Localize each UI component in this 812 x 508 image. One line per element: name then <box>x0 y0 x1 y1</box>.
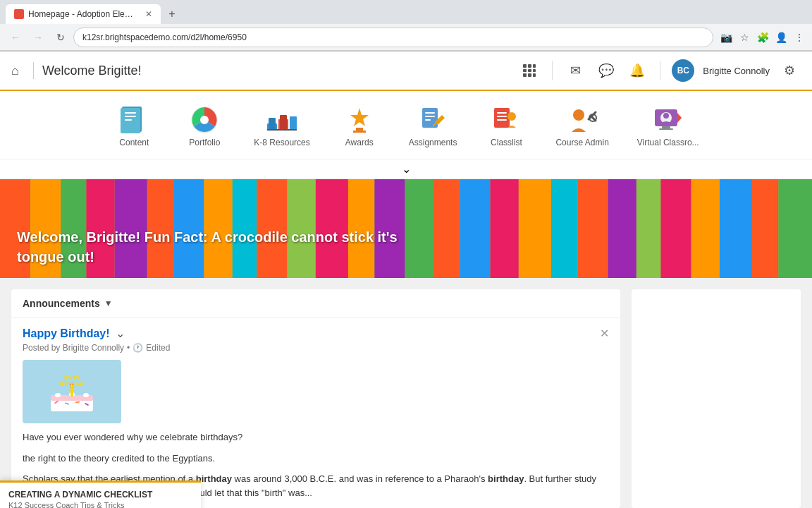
grid-cell <box>523 73 527 77</box>
k8resources-label: K-8 Resources <box>254 138 309 147</box>
announcements-title: Announcements <box>23 298 100 309</box>
posted-by-text: Posted by Brigitte Connolly <box>23 343 124 353</box>
assignments-label: Assignments <box>409 138 457 147</box>
svg-rect-62 <box>691 179 720 278</box>
svg-rect-25 <box>497 119 507 121</box>
back-button[interactable]: ← <box>6 28 25 47</box>
svg-rect-60 <box>636 179 661 278</box>
avatar[interactable]: BC <box>672 59 694 82</box>
browser-chrome: Homepage - Adoption Eleme... ✕ + ← → ↻ k… <box>0 0 812 52</box>
announcement-text-1: Have you ever wondered why we celebrate … <box>23 430 609 445</box>
assignments-icon <box>415 102 450 138</box>
grid-cell <box>533 69 536 73</box>
svg-rect-74 <box>70 387 73 397</box>
svg-rect-23 <box>497 112 507 114</box>
new-tab-button[interactable]: + <box>164 6 180 23</box>
close-announcement-button[interactable]: ✕ <box>600 327 609 340</box>
hero-text-line1: Welcome, Brigitte! Fun Fact: A crocodile… <box>17 227 398 247</box>
awards-icon <box>342 102 377 138</box>
svg-rect-8 <box>269 118 276 131</box>
hero-text-line2: tongue out! <box>17 247 398 267</box>
more-menu-icon[interactable]: ⋮ <box>792 30 806 44</box>
svg-point-71 <box>55 393 61 397</box>
active-tab[interactable]: Homepage - Adoption Eleme... ✕ <box>6 4 161 24</box>
announcement-expand-icon[interactable]: ⌄ <box>116 327 125 340</box>
expand-nav-button[interactable]: ⌄ <box>0 159 812 179</box>
birthday-image-content: HAPPY BIRTHDAY <box>37 367 107 416</box>
courseadmin-icon <box>565 102 600 138</box>
address-bar[interactable]: k12sr.brightspacedemo.com/d2l/home/6950 <box>73 28 713 47</box>
svg-rect-15 <box>353 131 366 133</box>
notification-subtitle: K12 Success Coach Tips & Tricks <box>8 501 192 508</box>
svg-point-73 <box>83 393 89 397</box>
nav-item-assignments[interactable]: Assignments <box>395 97 472 153</box>
svg-rect-58 <box>577 179 608 278</box>
announcement-item: Happy Birthday! ⌄ ✕ Posted by Brigitte C… <box>11 318 620 508</box>
browser-icons: 📷 ☆ 🧩 👤 ⋮ <box>719 30 806 44</box>
classlist-icon <box>488 102 524 138</box>
header-vertical-divider-2 <box>660 61 660 80</box>
settings-icon[interactable]: ⚙ <box>778 59 801 82</box>
svg-rect-11 <box>290 116 297 131</box>
tab-favicon <box>14 9 24 19</box>
svg-rect-57 <box>551 179 577 278</box>
svg-rect-24 <box>497 116 507 117</box>
dot-separator: • <box>127 343 130 353</box>
svg-rect-12 <box>267 129 297 131</box>
bottom-notification[interactable]: CREATING A DYNAMIC CHECKLIST K12 Success… <box>0 480 201 508</box>
svg-point-26 <box>508 112 516 121</box>
svg-point-33 <box>663 113 669 119</box>
bell-icon[interactable]: 🔔 <box>626 59 648 82</box>
grid-cell <box>533 73 536 77</box>
svg-rect-4 <box>125 119 132 121</box>
refresh-button[interactable]: ↻ <box>51 28 70 47</box>
courseadmin-label: Course Admin <box>555 138 608 147</box>
header-actions: ✉ 💬 🔔 BC Brigitte Connolly ⚙ <box>518 59 801 82</box>
svg-rect-64 <box>752 179 778 278</box>
notification-header: CREATING A DYNAMIC CHECKLIST K12 Success… <box>0 483 201 508</box>
nav-item-virtualclassroom[interactable]: Virtual Classro... <box>623 97 713 153</box>
home-icon[interactable]: ⌂ <box>11 64 19 78</box>
announcement-title[interactable]: Happy Birthday! <box>23 327 110 340</box>
extension-icon[interactable]: 🧩 <box>756 30 770 44</box>
app-container: ⌂ Welcome Brigitte! ✉ 💬 🔔 <box>0 52 812 508</box>
nav-item-portfolio[interactable]: Portfolio <box>169 97 240 153</box>
chat-icon[interactable]: 💬 <box>595 59 617 82</box>
hero-content: Welcome, Brigitte! Fun Fact: A crocodile… <box>17 227 398 267</box>
camera-icon[interactable]: 📷 <box>719 30 733 44</box>
svg-rect-52 <box>405 179 433 278</box>
app-header: ⌂ Welcome Brigitte! ✉ 💬 🔔 <box>0 52 812 91</box>
side-panel <box>632 289 801 508</box>
nav-item-content[interactable]: Content <box>99 97 169 153</box>
svg-text:BIRTHDAY: BIRTHDAY <box>59 381 85 386</box>
mail-icon[interactable]: ✉ <box>564 59 586 82</box>
svg-text:HAPPY: HAPPY <box>63 375 80 380</box>
svg-rect-14 <box>356 128 363 131</box>
forward-button[interactable]: → <box>28 28 48 47</box>
main-area: Announcements ▼ Happy Birthday! ⌄ ✕ Post… <box>0 278 812 508</box>
welcome-text: Welcome Brigitte! <box>42 64 518 78</box>
svg-rect-10 <box>280 115 287 131</box>
svg-rect-2 <box>125 112 136 114</box>
announcements-header[interactable]: Announcements ▼ <box>11 289 620 318</box>
nav-item-courseadmin[interactable]: Course Admin <box>541 97 622 153</box>
svg-point-27 <box>573 109 584 121</box>
grid-cell <box>528 64 531 68</box>
nav-item-awards[interactable]: Awards <box>324 97 395 153</box>
announcements-panel: Announcements ▼ Happy Birthday! ⌄ ✕ Post… <box>11 289 620 508</box>
nav-item-classlist[interactable]: Classlist <box>471 97 541 153</box>
user-name[interactable]: Brigitte Connolly <box>703 66 770 76</box>
grid-cell <box>528 73 531 77</box>
virtualclassroom-label: Virtual Classro... <box>637 138 699 147</box>
announcements-chevron-icon: ▼ <box>104 298 113 308</box>
tab-title: Homepage - Adoption Eleme... <box>28 9 138 19</box>
bookmark-icon[interactable]: ☆ <box>737 30 751 44</box>
profile-icon[interactable]: 👤 <box>774 30 788 44</box>
svg-rect-54 <box>460 179 490 278</box>
grid-menu-icon[interactable] <box>518 59 541 82</box>
grid-cell <box>523 69 527 73</box>
content-label: Content <box>119 138 149 147</box>
tab-close-button[interactable]: ✕ <box>145 9 152 19</box>
nav-item-k8resources[interactable]: K-8 Resources <box>240 97 324 153</box>
announcement-title-row: Happy Birthday! ⌄ ✕ <box>23 327 609 340</box>
